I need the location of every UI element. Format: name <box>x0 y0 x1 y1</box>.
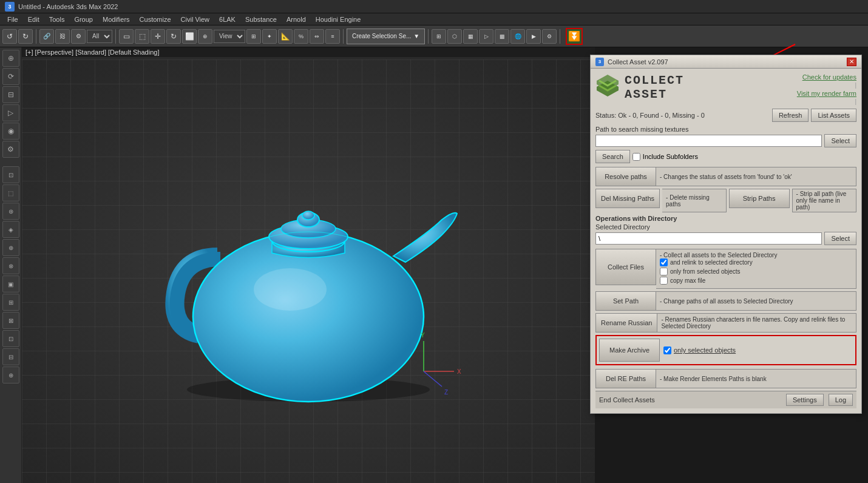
directory-input[interactable] <box>595 232 822 245</box>
redo-button[interactable]: ↻ <box>18 29 33 44</box>
relink-option-row: and relink to selected directory <box>660 258 852 266</box>
visit-farm-link[interactable]: Visit my render farm <box>797 90 856 97</box>
menu-6lak[interactable]: 6LAK <box>214 13 240 25</box>
status-bar: Status: Ok - 0, Found - 0, Missing - 0 R… <box>595 109 856 122</box>
make-archive-button[interactable]: Make Archive <box>599 339 660 362</box>
sidebar-tool12-icon[interactable]: ⊕ <box>2 366 19 383</box>
sidebar-tool11-icon[interactable]: ⊟ <box>2 348 19 365</box>
panel-title: Collect Asset v2.097 <box>608 58 843 66</box>
selected-only-checkbox[interactable] <box>660 268 668 275</box>
teapot-svg: X Y Z <box>126 135 490 408</box>
quick-render-btn[interactable]: ▷ <box>479 29 493 44</box>
create-selection-button[interactable]: Create Selection Se... ▼ <box>347 29 425 44</box>
select-region-btn[interactable]: ⬚ <box>135 29 149 44</box>
del-missing-desc: - Delete missing paths <box>662 189 726 212</box>
set-path-button[interactable]: Set Path <box>595 291 656 311</box>
render-frame-btn[interactable]: ▩ <box>495 29 509 44</box>
menu-customize[interactable]: Customize <box>135 13 176 25</box>
left-sidebar: ⊕ ⟳ ⊟ ▷ ◉ ⚙ ⊡ ⬚ ⊛ ◈ ⊕ ⊗ ▣ ⊞ ⊠ ⊡ ⊟ ⊕ <box>0 47 22 483</box>
scale-btn[interactable]: ⬜ <box>182 29 197 44</box>
settings-btn[interactable]: ⚙ <box>542 29 557 44</box>
settings-button[interactable]: Settings <box>786 394 824 406</box>
del-re-paths-button[interactable]: Del RE Paths <box>595 369 656 388</box>
log-button[interactable]: Log <box>829 394 853 406</box>
collect-asset-button[interactable]: ⏬ <box>566 28 583 45</box>
viewport-header-text: [+] [Perspective] [Standard] [Default Sh… <box>25 49 159 56</box>
undo-button[interactable]: ↺ <box>2 29 17 44</box>
bind-button[interactable]: ⚙ <box>71 29 86 44</box>
include-subfolders-checkbox[interactable] <box>632 153 640 161</box>
menu-arnold[interactable]: Arnold <box>282 13 311 25</box>
sidebar-utilities-icon[interactable]: ⚙ <box>2 141 19 158</box>
svg-text:Z: Z <box>444 389 448 396</box>
align-btn[interactable]: ≡ <box>325 29 340 44</box>
separator-3 <box>343 29 344 44</box>
check-updates-link[interactable]: Check for updates <box>802 73 856 81</box>
link-suffix: | <box>855 98 856 105</box>
double-chevron-icon: ⏬ <box>568 30 580 42</box>
select-dir-button[interactable]: Select <box>824 232 856 245</box>
menu-houdini[interactable]: Houdini Engine <box>311 13 366 25</box>
rotate-btn[interactable]: ↻ <box>166 29 181 44</box>
resolve-paths-button[interactable]: Resolve paths <box>595 167 656 186</box>
search-button[interactable]: Search <box>595 150 630 163</box>
sidebar-tool4-icon[interactable]: ◈ <box>2 221 19 238</box>
sidebar-motion-icon[interactable]: ▷ <box>2 104 19 121</box>
sidebar-modify-icon[interactable]: ⟳ <box>2 68 19 85</box>
view-dropdown[interactable]: View <box>214 30 245 43</box>
filter-dropdown[interactable]: All <box>87 30 112 43</box>
del-missing-button[interactable]: Del Missing Paths <box>595 189 660 208</box>
path-search-input[interactable] <box>595 135 822 147</box>
percent-btn[interactable]: % <box>294 29 308 44</box>
menu-civil-view[interactable]: Civil View <box>176 13 214 25</box>
collect-asset-panel: 3 Collect Asset v2.097 ✕ COLLECT ASSET C… <box>590 55 862 414</box>
sidebar-tool3-icon[interactable]: ⊛ <box>2 203 19 220</box>
select-path-button[interactable]: Select <box>824 134 856 147</box>
sidebar-tool9-icon[interactable]: ⊠ <box>2 312 19 329</box>
path-search-area: Path to search missing textures Select S… <box>595 126 856 163</box>
list-assets-button[interactable]: List Assets <box>811 109 856 122</box>
resolve-paths-row: Resolve paths - Changes the status of as… <box>595 167 856 186</box>
relink-checkbox[interactable] <box>660 258 668 266</box>
material-btn[interactable]: ⬡ <box>447 29 462 44</box>
svg-text:X: X <box>457 368 461 375</box>
pivot-btn[interactable]: ⊞ <box>246 29 261 44</box>
sidebar-tool2-icon[interactable]: ⬚ <box>2 184 19 201</box>
copy-max-checkbox[interactable] <box>660 277 668 285</box>
sidebar-tool5-icon[interactable]: ⊕ <box>2 239 19 256</box>
sidebar-tool10-icon[interactable]: ⊡ <box>2 330 19 347</box>
environment-btn[interactable]: 🌐 <box>510 29 525 44</box>
logo-icon <box>595 73 620 98</box>
sidebar-hierarchy-icon[interactable]: ⊟ <box>2 86 19 103</box>
unlink-button[interactable]: ⛓ <box>55 29 70 44</box>
refresh-button[interactable]: Refresh <box>772 109 809 122</box>
snap-3d-btn[interactable]: ✦ <box>262 29 277 44</box>
sidebar-tool7-icon[interactable]: ▣ <box>2 275 19 292</box>
sidebar-tool1-icon[interactable]: ⊡ <box>2 166 19 183</box>
rename-russian-button[interactable]: Rename Russian <box>595 313 657 333</box>
select-btn[interactable]: ▭ <box>119 29 134 44</box>
link-button[interactable]: 🔗 <box>39 29 54 44</box>
coord-btn[interactable]: ⊕ <box>198 29 212 44</box>
strip-paths-button[interactable]: Strip Paths <box>729 189 790 208</box>
schematic-btn[interactable]: ⊞ <box>432 29 446 44</box>
snap-btn[interactable]: 📐 <box>278 29 293 44</box>
menu-edit[interactable]: Edit <box>23 13 44 25</box>
menu-group[interactable]: Group <box>69 13 98 25</box>
menu-file[interactable]: File <box>2 13 23 25</box>
media-btn[interactable]: ▶ <box>526 29 541 44</box>
sidebar-tool8-icon[interactable]: ⊞ <box>2 294 19 311</box>
menu-modifiers[interactable]: Modifiers <box>98 13 135 25</box>
mirror-btn[interactable]: ⇔ <box>310 29 324 44</box>
panel-close-button[interactable]: ✕ <box>847 58 856 66</box>
render-setup-btn[interactable]: ▦ <box>463 29 478 44</box>
sidebar-tool6-icon[interactable]: ⊗ <box>2 257 19 274</box>
viewport-canvas[interactable]: X Y Z <box>22 59 595 483</box>
sidebar-create-icon[interactable]: ⊕ <box>2 50 19 67</box>
move-btn[interactable]: ✛ <box>151 29 165 44</box>
menu-substance[interactable]: Substance <box>240 13 282 25</box>
menu-tools[interactable]: Tools <box>44 13 70 25</box>
archive-selected-only-checkbox[interactable] <box>663 346 671 354</box>
sidebar-display-icon[interactable]: ◉ <box>2 123 19 140</box>
collect-files-button[interactable]: Collect Files <box>595 249 656 285</box>
